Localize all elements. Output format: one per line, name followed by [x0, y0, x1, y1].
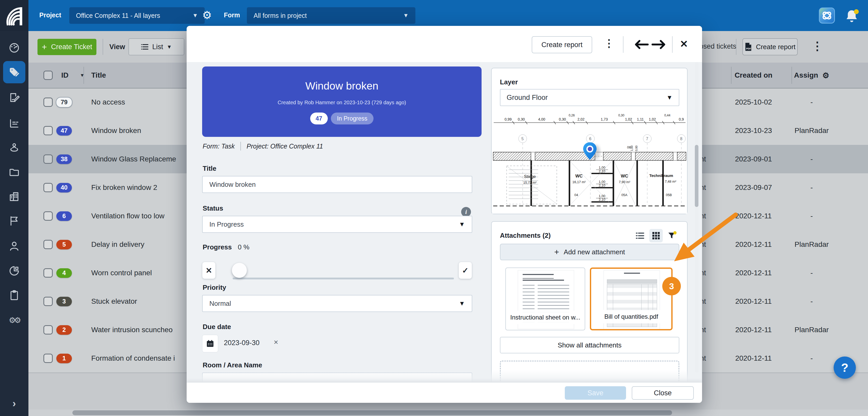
info-icon[interactable]: i [461, 207, 471, 217]
show-all-attachments-button[interactable]: Show all attachments [500, 337, 679, 353]
attachments-grid-view-icon[interactable] [649, 229, 663, 242]
sidebar-item-contacts[interactable] [3, 235, 25, 257]
save-button-disabled[interactable]: Save [565, 386, 626, 400]
sidebar-item-flags[interactable] [3, 210, 25, 232]
row-checkbox[interactable] [43, 325, 53, 334]
calendar-icon [206, 339, 215, 348]
select-all-checkbox[interactable] [43, 71, 53, 80]
ticket-id-badge: 79 [56, 97, 72, 108]
title-field-input[interactable]: Window broken [202, 176, 472, 193]
progress-slider-handle[interactable] [232, 263, 247, 278]
sidebar-item-reports[interactable] [3, 260, 25, 282]
ticket-card-subtitle: Created by Rob Hammer on 2023-10-23 (729… [202, 99, 482, 106]
view-list-dropdown[interactable]: List ▼ [128, 38, 184, 55]
ticket-card-id-badge: 47 [310, 113, 328, 124]
person-icon [8, 240, 20, 252]
sidebar-item-site-presence[interactable] [3, 136, 25, 158]
ticket-title: Window Glass Replaceme [91, 145, 176, 173]
svg-text:05B: 05B [666, 193, 672, 197]
chevron-down-icon: ▼ [167, 44, 172, 50]
more-options-kebab-icon[interactable]: ⋮ [812, 39, 823, 53]
sidebar-item-projects[interactable] [3, 185, 25, 208]
ticket-title: Stuck elevator [91, 287, 137, 316]
row-checkbox[interactable] [43, 183, 53, 192]
column-header-title[interactable]: Title [91, 63, 106, 88]
due-date-field-label: Due date [203, 323, 231, 331]
ticket-assign: - [773, 259, 850, 287]
next-ticket-arrow-icon[interactable] [651, 39, 668, 50]
horizontal-scrollbar-thumb[interactable] [72, 410, 672, 415]
pie-chart-icon [8, 265, 20, 277]
floor-plan[interactable]: 0,99 0,30 4,00 0,30 2,02 1,73 1,02 1,11 … [492, 113, 687, 214]
row-checkbox[interactable] [43, 154, 53, 164]
svg-text:15,72 m²: 15,72 m² [523, 181, 537, 184]
sidebar-item-documents[interactable] [3, 161, 25, 183]
toolbar-divider [736, 39, 737, 55]
progress-cancel-button[interactable]: ✕ [202, 262, 216, 279]
ticket-title: Window broken [91, 116, 141, 145]
row-checkbox[interactable] [43, 126, 53, 135]
ticket-assign: PlanRadar [773, 230, 850, 259]
column-header-id[interactable]: ID ▼ [61, 63, 85, 88]
svg-text:16,17 m²: 16,17 m² [572, 180, 586, 184]
row-checkbox[interactable] [43, 354, 53, 363]
previous-ticket-arrow-icon[interactable] [632, 39, 649, 50]
apps-icon[interactable] [819, 7, 835, 24]
sidebar-item-tickets[interactable] [3, 61, 25, 83]
sidebar-item-tasks[interactable] [3, 284, 25, 306]
sidebar-item-dashboard[interactable] [3, 37, 25, 59]
progress-value: 0 % [238, 243, 249, 251]
closed-tickets-label-fragment[interactable]: osed tickets [700, 42, 737, 51]
row-checkbox[interactable] [43, 297, 53, 306]
notifications-bell-icon[interactable] [843, 8, 860, 25]
project-dropdown[interactable]: Office Complex 11 - All layers ▼ [69, 7, 205, 24]
create-report-label: Create report [756, 43, 795, 51]
layer-select[interactable]: Ground Floor ▼ [500, 89, 679, 106]
attachment-thumbnail[interactable]: Instructional sheet on w... [505, 268, 585, 330]
ticket-id-badge: 40 [56, 183, 72, 192]
ticket-assign: - [773, 202, 850, 230]
status-select[interactable]: In Progress ▼ [202, 216, 472, 233]
column-settings-gear-icon[interactable]: ⚙ [822, 71, 829, 80]
row-checkbox[interactable] [43, 211, 53, 221]
modal-close-icon[interactable]: ✕ [680, 38, 688, 50]
row-checkbox[interactable] [43, 240, 53, 249]
chart-icon [8, 117, 20, 129]
svg-text:1,00: 1,00 [599, 180, 605, 184]
attachments-list-view-icon[interactable] [633, 229, 647, 242]
due-date-calendar-button[interactable] [202, 335, 218, 352]
svg-text:0,80: 0,80 [635, 146, 638, 151]
attachments-filter-icon[interactable] [665, 229, 679, 242]
sidebar-item-settings[interactable]: ⚙⚙ [3, 309, 25, 331]
row-checkbox[interactable] [43, 268, 53, 277]
svg-text:0,26: 0,26 [569, 114, 575, 117]
close-button[interactable]: Close [632, 386, 694, 400]
progress-slider-track[interactable] [232, 277, 454, 279]
ticket-card-status-badge: In Progress [331, 113, 374, 124]
help-button[interactable]: ? [834, 356, 856, 379]
modal-create-report-button[interactable]: Create report [532, 36, 592, 53]
sidebar-expand-button[interactable]: › [3, 392, 25, 414]
room-field-label: Room / Area Name [203, 361, 262, 369]
svg-text:04: 04 [575, 193, 578, 197]
priority-select[interactable]: Normal ▼ [202, 295, 472, 312]
project-settings-gear-icon[interactable]: ⚙ [202, 6, 212, 24]
priority-field-label: Priority [203, 284, 226, 292]
create-ticket-button[interactable]: + Create Ticket [37, 39, 96, 55]
column-header-assign[interactable]: Assign ⚙ [773, 63, 850, 88]
modal-more-options-kebab-icon[interactable]: ⋮ [604, 37, 614, 49]
add-new-attachment-button[interactable]: + Add new attachment [500, 244, 679, 260]
attachment-thumbnail-highlighted[interactable]: Bill of quantities.pdf [590, 268, 673, 330]
row-checkbox[interactable] [43, 97, 53, 107]
due-date-clear-icon[interactable]: ✕ [274, 339, 278, 346]
modal-scrollbar-thumb[interactable] [695, 145, 699, 207]
progress-confirm-button[interactable]: ✓ [459, 262, 472, 279]
scroll-fade [187, 370, 702, 382]
svg-text:1,02: 1,02 [625, 117, 632, 121]
sidebar-item-statistics[interactable] [3, 112, 25, 135]
form-dropdown[interactable]: All forms in project ▼ [247, 7, 415, 24]
create-report-button-background[interactable]: PDF Create report [742, 38, 798, 55]
sidebar-item-forms[interactable] [3, 86, 25, 109]
planradar-logo[interactable] [0, 0, 28, 31]
save-label: Save [588, 389, 603, 397]
